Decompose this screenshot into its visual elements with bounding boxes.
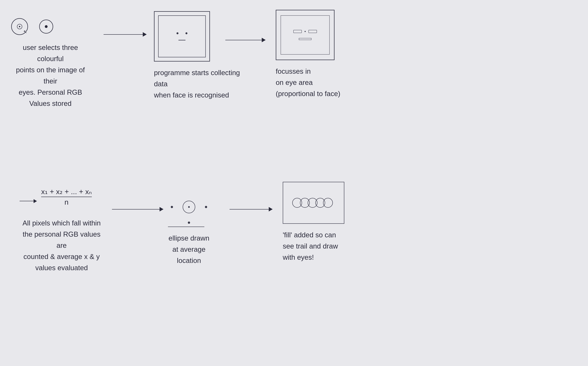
step2-text: programme starts collecting data when fa… — [154, 67, 241, 101]
step5-container: ellipse drawn at average location — [168, 189, 210, 266]
arrow4 — [229, 207, 273, 212]
arrow1 — [104, 32, 147, 37]
formula-denominator: n — [64, 198, 69, 206]
step6-text: 'fill' added so can see trail and draw w… — [283, 229, 344, 263]
step3-container: focusses in on eye area (proportional to… — [276, 10, 340, 99]
step6-container: 'fill' added so can see trail and draw w… — [283, 182, 344, 263]
step1-text: user selects three colourful points on t… — [11, 42, 90, 109]
formula-numerator: x₁ + x₂ + ... + xₙ — [41, 187, 92, 196]
arrow2 — [225, 38, 266, 42]
step4-container: x₁ + x₂ + ... + xₙ n All pixels which fa… — [20, 185, 104, 274]
step5-text: ellipse drawn at average location — [168, 233, 210, 266]
eye1-icon: ↖ — [11, 18, 28, 35]
step4-text: All pixels which fall within the persona… — [20, 217, 104, 274]
step3-text: focusses in on eye area (proportional to… — [276, 66, 340, 99]
eye2-icon — [39, 20, 53, 34]
step1-container: ↖ user selects three colourful points on… — [11, 18, 90, 109]
arrow3 — [112, 207, 164, 212]
step2-container: programme starts collecting data when fa… — [154, 11, 241, 101]
